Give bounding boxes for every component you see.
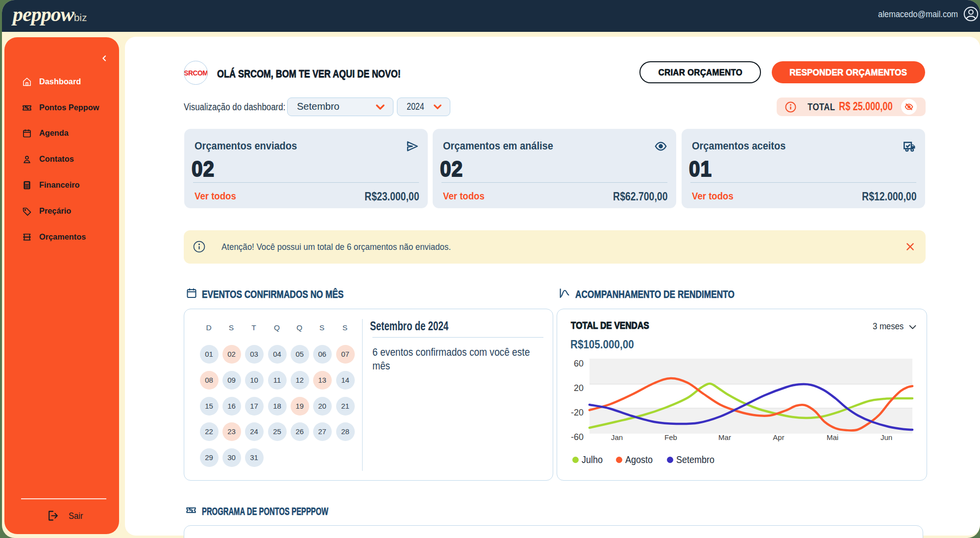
svg-text:-60: -60 [571,432,584,442]
svg-text:60: 60 [574,359,584,368]
svg-text:Jun: Jun [881,433,892,441]
svg-text:Feb: Feb [664,433,677,441]
svg-text:20: 20 [574,383,584,393]
svg-text:-20: -20 [571,408,584,417]
svg-text:Jan: Jan [611,433,623,441]
svg-text:Mar: Mar [718,433,731,441]
svg-text:Mai: Mai [827,433,838,441]
svg-text:Apr: Apr [773,433,784,441]
